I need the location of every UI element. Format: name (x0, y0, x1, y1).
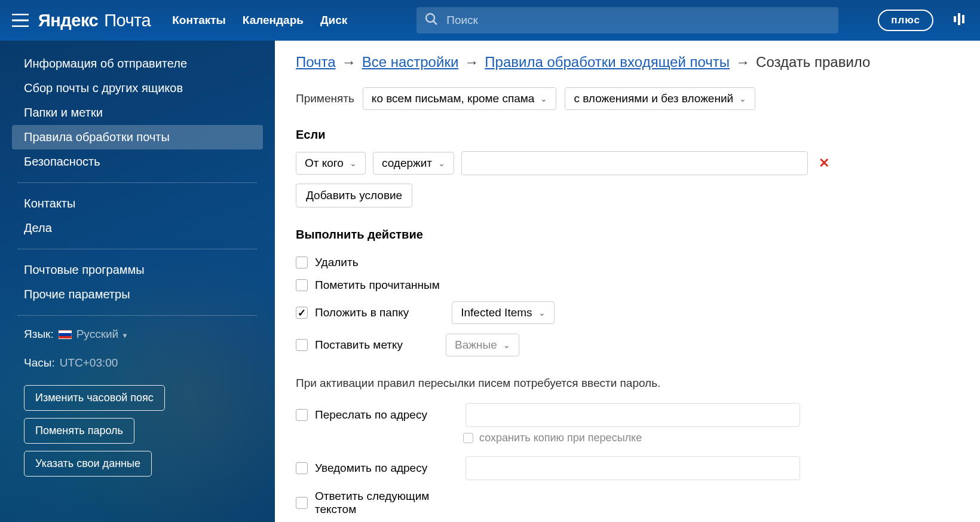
action-delete-label: Удалить (315, 256, 359, 269)
notify-label: Уведомить по адресу (315, 462, 458, 475)
action-markread-row: Пометить прочитанным (296, 274, 959, 297)
top-header: Яндекс Почта Контакты Календарь Диск плю… (0, 0, 980, 41)
arrow-right-icon: → (342, 54, 356, 71)
language-value[interactable]: Русский ▼ (76, 328, 128, 341)
move-folder-select[interactable]: Infected Items⌄ (452, 301, 554, 324)
sidebar-item-rules[interactable]: Правила обработки почты (12, 125, 263, 149)
action-label-checkbox[interactable] (296, 339, 308, 351)
search-icon (425, 13, 438, 28)
logo-product: Почта (104, 11, 151, 30)
cond-op-select[interactable]: содержит⌄ (373, 152, 454, 175)
sidebar-item-sender-info[interactable]: Информация об отправителе (0, 51, 275, 76)
sidebar-item-other[interactable]: Прочие параметры (0, 282, 275, 307)
chevron-down-icon: ⌄ (350, 158, 357, 168)
bc-mail[interactable]: Почта (296, 54, 336, 71)
header-nav: Контакты Календарь Диск (172, 14, 347, 27)
apply-scope-select[interactable]: ко всем письмам, кроме спама⌄ (363, 87, 557, 110)
svg-rect-1 (954, 16, 956, 22)
bc-all-settings[interactable]: Все настройки (362, 54, 459, 71)
nav-calendar[interactable]: Календарь (243, 14, 304, 27)
action-move-checkbox[interactable] (296, 307, 308, 319)
keep-copy-row: сохранить копию при пересылке (463, 432, 959, 451)
bc-rules[interactable]: Правила обработки входящей почты (485, 54, 730, 71)
chevron-down-icon: ⌄ (739, 94, 746, 103)
chevron-down-icon: ⌄ (438, 158, 445, 168)
apply-label: Применять (296, 92, 354, 105)
search-input[interactable] (416, 7, 838, 33)
remove-condition-icon[interactable]: ✕ (819, 155, 829, 171)
sidebar-item-security[interactable]: Безопасность (0, 149, 275, 174)
divider (18, 315, 257, 316)
chevron-down-icon: ⌄ (540, 94, 547, 103)
apply-row: Применять ко всем письмам, кроме спама⌄ … (296, 87, 959, 110)
clock-row: Часы: UTC+03:00 (0, 353, 275, 373)
arrow-right-icon: → (736, 54, 750, 71)
logo[interactable]: Яндекс Почта (38, 11, 151, 30)
sidebar-item-mailclients[interactable]: Почтовые программы (0, 258, 275, 282)
nav-contacts[interactable]: Контакты (172, 14, 226, 27)
chevron-down-icon: ▼ (121, 332, 128, 339)
logo-brand: Яндекс (38, 11, 98, 30)
svg-point-0 (426, 14, 434, 22)
if-title: Если (296, 128, 959, 142)
language-row: Язык: Русский ▼ (0, 324, 275, 344)
forward-row: Переслать по адресу (296, 398, 959, 432)
svg-rect-2 (958, 13, 960, 25)
forward-input[interactable] (466, 403, 800, 427)
action-title: Выполнить действие (296, 228, 959, 242)
label-select[interactable]: Важные⌄ (446, 334, 519, 356)
apply-attach-select[interactable]: с вложениями и без вложений⌄ (565, 87, 755, 110)
breadcrumb: Почта → Все настройки → Правила обработк… (296, 54, 959, 71)
action-markread-checkbox[interactable] (296, 279, 308, 291)
keep-copy-checkbox[interactable] (463, 433, 473, 443)
change-password-button[interactable]: Поменять пароль (24, 418, 134, 444)
action-move-row: Положить в папку Infected Items⌄ (296, 297, 959, 329)
plus-button[interactable]: плюс (878, 10, 933, 31)
equalizer-icon[interactable] (954, 11, 968, 29)
reply-row: Ответить следующим текстом (296, 485, 959, 521)
action-markread-label: Пометить прочитанным (315, 279, 440, 292)
action-label-label: Поставить метку (315, 338, 403, 352)
language-label: Язык: (24, 328, 54, 341)
action-label-row: Поставить метку Важные⌄ (296, 329, 959, 361)
main-content: Почта → Все настройки → Правила обработк… (275, 41, 980, 522)
nav-disk[interactable]: Диск (320, 14, 347, 27)
action-move-label: Положить в папку (315, 306, 409, 319)
notify-input[interactable] (466, 456, 800, 480)
sidebar-item-todos[interactable]: Дела (0, 216, 275, 240)
divider (18, 249, 257, 249)
forward-label: Переслать по адресу (315, 408, 458, 422)
svg-rect-3 (962, 15, 964, 23)
reply-checkbox[interactable] (296, 497, 308, 509)
keep-copy-label: сохранить копию при пересылке (479, 432, 642, 444)
cond-value-input[interactable] (461, 151, 808, 175)
flag-ru-icon (59, 330, 72, 339)
bc-create-rule: Создать правило (756, 54, 870, 71)
forward-note: При активации правил пересылки писем пот… (296, 377, 959, 390)
search-box (416, 7, 838, 33)
sidebar-item-contacts[interactable]: Контакты (0, 191, 275, 216)
arrow-right-icon: → (464, 54, 479, 71)
settings-sidebar: Информация об отправителе Сбор почты с д… (0, 41, 275, 522)
clock-label: Часы: (24, 356, 55, 370)
sidebar-item-folders[interactable]: Папки и метки (0, 100, 275, 125)
edit-profile-button[interactable]: Указать свои данные (24, 451, 152, 477)
action-delete-row: Удалить (296, 251, 959, 274)
cond-field-select[interactable]: От кого⌄ (296, 152, 366, 175)
add-condition-button[interactable]: Добавить условие (296, 184, 412, 207)
change-tz-button[interactable]: Изменить часовой пояс (24, 385, 165, 411)
reply-label: Ответить следующим текстом (315, 490, 458, 516)
notify-row: Уведомить по адресу (296, 451, 959, 485)
notify-checkbox[interactable] (296, 462, 308, 474)
chevron-down-icon: ⌄ (503, 340, 510, 350)
sidebar-item-collect[interactable]: Сбор почты с других ящиков (0, 76, 275, 100)
action-delete-checkbox[interactable] (296, 257, 308, 268)
forward-checkbox[interactable] (296, 409, 308, 421)
clock-value[interactable]: UTC+03:00 (60, 356, 118, 370)
chevron-down-icon: ⌄ (538, 308, 546, 318)
condition-row: От кого⌄ содержит⌄ ✕ (296, 151, 959, 175)
divider (18, 182, 257, 183)
menu-icon[interactable] (12, 14, 29, 27)
